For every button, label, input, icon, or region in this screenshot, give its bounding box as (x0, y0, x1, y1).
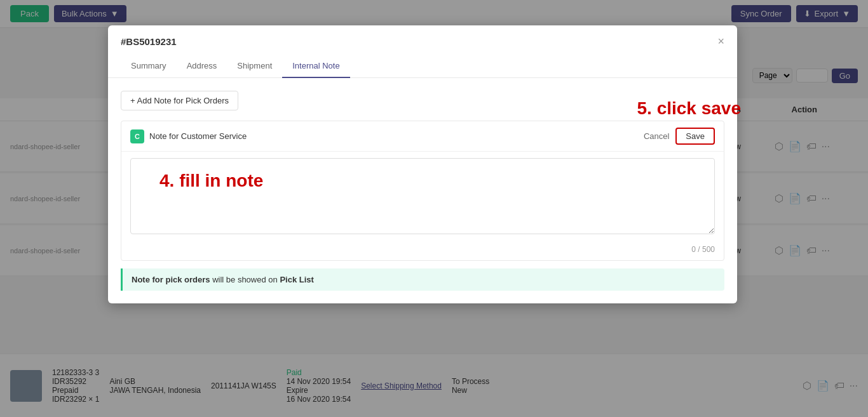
textarea-wrapper (121, 152, 724, 242)
tab-summary[interactable]: Summary (121, 55, 177, 78)
note-label: C Note for Customer Service (130, 129, 247, 143)
info-banner-link[interactable]: Pick List (280, 275, 313, 284)
add-note-button[interactable]: + Add Note for Pick Orders (121, 91, 238, 110)
info-banner: Note for pick orders will be showed on P… (121, 268, 724, 291)
cancel-note-button[interactable]: Cancel (644, 131, 669, 141)
note-card: C Note for Customer Service Cancel Save … (121, 121, 724, 261)
info-banner-bold: Note for pick orders (132, 275, 210, 284)
note-card-header: C Note for Customer Service Cancel Save (121, 121, 724, 152)
save-note-button[interactable]: Save (675, 128, 715, 145)
tab-shipment[interactable]: Shipment (227, 55, 282, 78)
note-input-area: 4. fill in note 0 / 500 (121, 152, 724, 260)
modal-tabs: Summary Address Shipment Internal Note (108, 55, 737, 78)
info-banner-text: will be showed on (212, 275, 280, 284)
note-card-actions: Cancel Save (644, 128, 715, 145)
modal-close-button[interactable]: × (717, 36, 724, 47)
tab-internal-note[interactable]: Internal Note (282, 55, 349, 78)
modal-body: + Add Note for Pick Orders C Note for Cu… (108, 78, 737, 303)
modal-title: #BS5019231 (121, 36, 177, 47)
modal-dialog: #BS5019231 × Summary Address Shipment In… (108, 25, 737, 303)
note-textarea[interactable] (130, 158, 715, 234)
tab-address[interactable]: Address (177, 55, 227, 78)
note-counter: 0 / 500 (121, 242, 724, 260)
modal-header: #BS5019231 × (108, 25, 737, 47)
note-title: Note for Customer Service (149, 131, 247, 141)
note-avatar: C (130, 129, 144, 143)
